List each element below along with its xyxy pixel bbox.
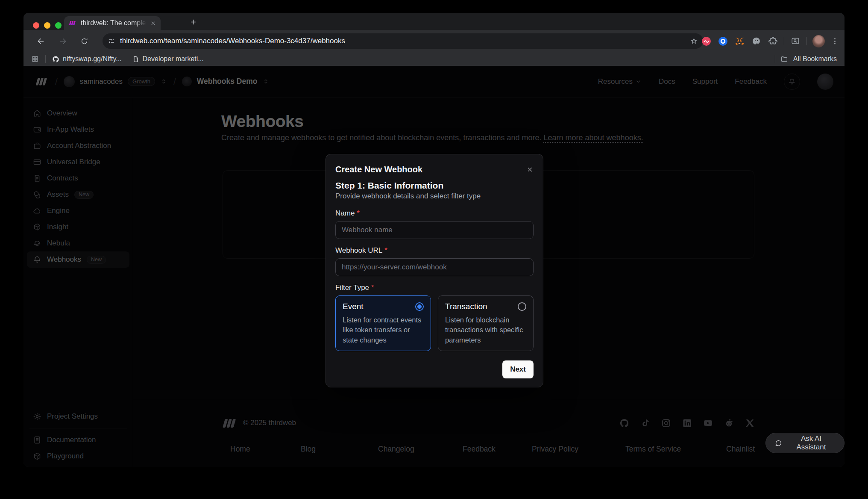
metamask-icon[interactable] [734,35,745,47]
browser-toolbar: thirdweb.com/team/saminacodes/Webhooks-D… [23,30,845,52]
tab-close-icon[interactable] [150,20,156,27]
page-viewport: / saminacodes Growth / Webhooks Demo Res… [23,66,845,467]
forward-icon[interactable] [55,33,70,49]
apps-grid-icon[interactable] [31,55,39,63]
required-asterisk: * [384,246,387,254]
url-text: thirdweb.com/team/saminacodes/Webhooks-D… [120,37,685,45]
thirdweb-favicon-icon [68,19,77,27]
toolbar-separator [806,37,807,45]
radio-selected-icon[interactable] [415,302,424,311]
all-bookmarks-button[interactable]: All Bookmarks [793,55,837,63]
chat-bubble-icon [774,439,783,447]
browser-menu-icon[interactable] [830,37,839,46]
filter-option-description: Listen for contract events like token tr… [343,315,424,345]
address-bar[interactable]: thirdweb.com/team/saminacodes/Webhooks-D… [103,33,703,49]
step-title: Step 1: Basic Information [335,180,534,191]
reload-icon[interactable] [76,33,92,49]
new-tab-button[interactable] [189,18,197,26]
ring-extension-icon[interactable] [717,35,728,47]
back-icon[interactable] [33,33,48,49]
webhook-name-input[interactable] [335,221,534,239]
filter-option-transaction[interactable]: Transaction Listen for blockchain transa… [438,295,534,351]
extensions-puzzle-icon[interactable] [767,35,778,47]
bookmark-item[interactable]: niftyswap.gg/Nifty... [52,55,122,63]
bookmark-label: niftyswap.gg/Nifty... [63,55,122,63]
next-button[interactable]: Next [502,360,534,378]
folder-icon [780,55,788,63]
bookmarks-separator [45,55,46,63]
filter-option-title: Transaction [445,302,487,311]
required-asterisk: * [357,209,360,217]
bookmarks-separator [775,55,775,63]
filter-option-description: Listen for blockchain transactions with … [445,315,526,345]
github-icon [52,56,59,63]
browser-window: thirdweb: The complete web3 development … [23,13,845,467]
window-minimize-button[interactable] [44,22,50,29]
window-zoom-button[interactable] [55,22,62,29]
side-panel-icon[interactable] [790,35,801,47]
wave-extension-icon[interactable] [701,35,712,47]
phantom-icon[interactable] [751,35,762,47]
ask-ai-label: Ask AI Assistant [787,434,836,452]
page-icon [132,56,139,63]
bookmarks-bar: niftyswap.gg/Nifty... Developer marketi.… [23,52,845,66]
site-settings-icon[interactable] [108,37,115,45]
required-asterisk: * [371,283,374,292]
radio-unselected-icon[interactable] [518,302,526,311]
bookmark-label: Developer marketi... [143,55,204,63]
step-subtitle: Provide webhook details and select filte… [335,192,534,201]
name-label: Name* [335,209,534,218]
create-webhook-modal: Create New Webhook Step 1: Basic Informa… [326,154,543,387]
tab-title: thirdweb: The complete web3 development … [81,19,146,27]
filter-type-label: Filter Type* [335,283,534,292]
webhook-url-label: Webhook URL* [335,246,534,255]
browser-profile-avatar[interactable] [812,35,825,47]
bookmark-star-icon[interactable] [690,37,698,45]
browser-tab[interactable]: thirdweb: The complete web3 development … [64,16,161,30]
close-icon[interactable] [526,166,534,173]
ask-ai-assistant-button[interactable]: Ask AI Assistant [765,433,845,453]
toolbar-separator [784,37,784,45]
modal-title: Create New Webhook [335,165,422,174]
window-close-button[interactable] [33,22,39,29]
tab-strip: thirdweb: The complete web3 development … [23,13,845,30]
filter-option-title: Event [343,302,364,311]
webhook-url-input[interactable] [335,258,534,276]
desktop: { "colors":{"accent":"#3b82f6","required… [0,0,868,499]
filter-option-event[interactable]: Event Listen for contract events like to… [335,295,431,351]
bookmark-item[interactable]: Developer marketi... [132,55,204,63]
